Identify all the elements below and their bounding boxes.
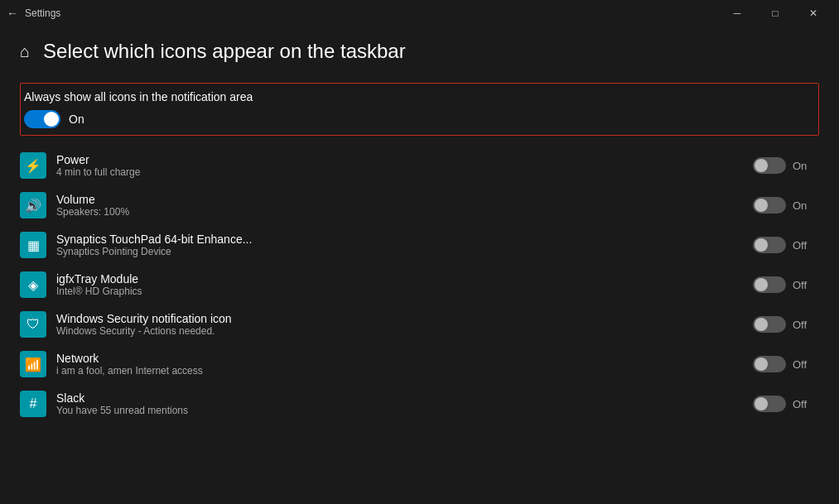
setting-icon-3: ◈ bbox=[20, 271, 46, 298]
setting-toggle-label-3: Off bbox=[793, 279, 809, 291]
icon-symbol-3: ◈ bbox=[28, 277, 38, 293]
list-item: 📶 Network i am a fool, amen Internet acc… bbox=[20, 344, 819, 384]
setting-toggle-area-5: Off bbox=[753, 356, 819, 372]
setting-info-0: Power 4 min to full charge bbox=[56, 153, 743, 178]
setting-toggle-area-1: On bbox=[753, 197, 819, 214]
icon-symbol-6: # bbox=[30, 396, 37, 411]
title-bar: ← Settings ─ □ ✕ bbox=[0, 0, 839, 26]
title-bar-title: Settings bbox=[25, 7, 60, 19]
setting-name-4: Windows Security notification icon bbox=[56, 312, 743, 325]
setting-toggle-area-0: On bbox=[753, 157, 819, 174]
list-item: 🛡 Windows Security notification icon Win… bbox=[20, 305, 819, 344]
setting-info-5: Network i am a fool, amen Internet acces… bbox=[56, 352, 743, 377]
setting-desc-4: Windows Security - Actions needed. bbox=[56, 325, 743, 337]
setting-icon-6: # bbox=[20, 391, 46, 417]
setting-icon-2: ▦ bbox=[20, 232, 46, 258]
setting-toggle-3[interactable] bbox=[753, 276, 786, 293]
setting-toggle-4[interactable] bbox=[753, 316, 786, 333]
setting-info-3: igfxTray Module Intel® HD Graphics bbox=[56, 272, 743, 297]
home-icon[interactable]: ⌂ bbox=[20, 42, 30, 61]
page-header: ⌂ Select which icons appear on the taskb… bbox=[20, 40, 819, 63]
setting-name-5: Network bbox=[56, 352, 743, 365]
list-item: ◈ igfxTray Module Intel® HD Graphics Off bbox=[20, 265, 819, 305]
list-item: # Slack You have 55 unread mentions Off bbox=[20, 384, 819, 424]
list-item: ▦ Synaptics TouchPad 64-bit Enhance... S… bbox=[20, 225, 819, 265]
title-bar-left: ← Settings bbox=[7, 7, 60, 20]
minimize-button[interactable]: ─ bbox=[718, 0, 756, 26]
setting-toggle-2[interactable] bbox=[753, 237, 786, 253]
setting-name-0: Power bbox=[56, 153, 743, 166]
icon-symbol-2: ▦ bbox=[27, 238, 40, 253]
setting-icon-0: ⚡ bbox=[20, 152, 46, 179]
setting-icon-5: 📶 bbox=[20, 351, 46, 377]
setting-toggle-6[interactable] bbox=[753, 396, 786, 412]
setting-desc-0: 4 min to full charge bbox=[56, 166, 743, 178]
back-icon[interactable]: ← bbox=[7, 7, 18, 20]
setting-info-1: Volume Speakers: 100% bbox=[56, 193, 743, 218]
always-show-label: Always show all icons in the notificatio… bbox=[21, 90, 818, 103]
icon-symbol-0: ⚡ bbox=[25, 158, 41, 174]
maximize-button[interactable]: □ bbox=[756, 0, 794, 26]
title-bar-controls: ─ □ ✕ bbox=[718, 0, 832, 26]
setting-desc-5: i am a fool, amen Internet access bbox=[56, 365, 743, 377]
setting-toggle-area-6: Off bbox=[753, 396, 819, 412]
setting-toggle-label-6: Off bbox=[793, 398, 809, 410]
list-item: ⚡ Power 4 min to full charge On bbox=[20, 146, 819, 185]
setting-icon-4: 🛡 bbox=[20, 311, 46, 338]
setting-name-1: Volume bbox=[56, 193, 743, 206]
setting-name-2: Synaptics TouchPad 64-bit Enhance... bbox=[56, 233, 743, 246]
close-button[interactable]: ✕ bbox=[794, 0, 832, 26]
setting-toggle-label-1: On bbox=[793, 199, 809, 212]
always-show-row: Always show all icons in the notificatio… bbox=[20, 83, 819, 136]
setting-toggle-label-5: Off bbox=[793, 358, 809, 371]
setting-name-6: Slack bbox=[56, 391, 743, 405]
setting-toggle-label-4: Off bbox=[793, 319, 809, 331]
settings-list: ⚡ Power 4 min to full charge On 🔊 Volume… bbox=[20, 146, 819, 424]
setting-desc-2: Synaptics Pointing Device bbox=[56, 246, 743, 257]
page-title: Select which icons appear on the taskbar bbox=[43, 40, 406, 63]
setting-desc-6: You have 55 unread mentions bbox=[56, 405, 743, 416]
always-show-toggle-label: On bbox=[69, 113, 84, 126]
icon-symbol-1: 🔊 bbox=[25, 198, 41, 214]
setting-toggle-label-2: Off bbox=[793, 239, 809, 252]
setting-toggle-area-3: Off bbox=[753, 276, 819, 293]
setting-info-4: Windows Security notification icon Windo… bbox=[56, 312, 743, 337]
main-content: ⌂ Select which icons appear on the taskb… bbox=[0, 26, 839, 437]
always-show-toggle-row: On bbox=[21, 110, 818, 128]
setting-toggle-area-2: Off bbox=[753, 237, 819, 253]
setting-toggle-0[interactable] bbox=[753, 157, 786, 174]
icon-symbol-4: 🛡 bbox=[27, 317, 40, 332]
setting-toggle-5[interactable] bbox=[753, 356, 786, 372]
setting-info-2: Synaptics TouchPad 64-bit Enhance... Syn… bbox=[56, 233, 743, 257]
setting-desc-1: Speakers: 100% bbox=[56, 206, 743, 218]
list-item: 🔊 Volume Speakers: 100% On bbox=[20, 185, 819, 225]
always-show-toggle[interactable] bbox=[24, 110, 60, 128]
icon-symbol-5: 📶 bbox=[25, 357, 41, 372]
setting-name-3: igfxTray Module bbox=[56, 272, 743, 286]
setting-toggle-1[interactable] bbox=[753, 197, 786, 214]
setting-toggle-area-4: Off bbox=[753, 316, 819, 333]
setting-desc-3: Intel® HD Graphics bbox=[56, 286, 743, 297]
setting-info-6: Slack You have 55 unread mentions bbox=[56, 391, 743, 416]
setting-icon-1: 🔊 bbox=[20, 192, 46, 218]
setting-toggle-label-0: On bbox=[793, 160, 809, 172]
